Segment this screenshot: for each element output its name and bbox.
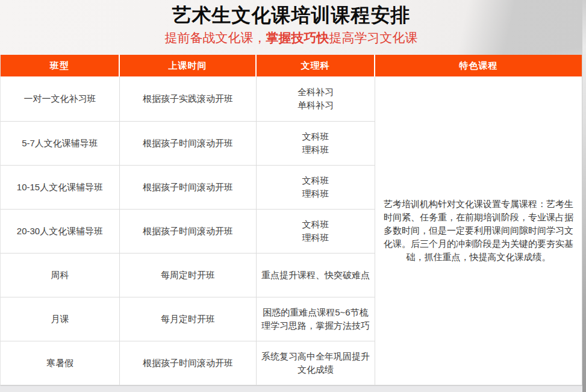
subject-line: 困惑的重难点课程5~6节梳理学习思路，掌握方法技巧 <box>260 306 371 332</box>
table-row: 10-15人文化课辅导班根据孩子时间滚动开班文科班理科班 <box>1 166 375 210</box>
page-header: 艺术生文化课培训课程安排 提前备战文化课，掌握技巧快提高学习文化课 <box>0 0 582 55</box>
subjects-cell: 系统复习高中全年巩固提升文化成绩 <box>257 341 375 385</box>
class-type-cell: 月课 <box>1 297 120 341</box>
table-body: 一对一文化补习班根据孩子实践滚动开班全科补习单科补习5-7人文化课辅导班根据孩子… <box>1 76 582 385</box>
subjects-cell: 困惑的重难点课程5~6节梳理学习思路，掌握方法技巧 <box>257 297 375 341</box>
schedule-cell: 根据孩子时间滚动开班 <box>120 122 257 165</box>
schedule-cell: 根据孩子时间滚动开班 <box>120 166 257 209</box>
subjects-cell: 文科班理科班 <box>257 166 375 209</box>
background-right-strip <box>582 0 586 392</box>
subtitle-highlight: 掌握技巧快 <box>266 31 329 45</box>
table-row: 月课每月定时开班困惑的重难点课程5~6节梳理学习思路，掌握方法技巧 <box>1 297 375 341</box>
header-class-time: 上课时间 <box>120 55 257 76</box>
schedule-cell: 根据孩子时间滚动开班 <box>120 341 257 385</box>
schedule-cell: 每周定时开班 <box>120 254 257 297</box>
table-row: 一对一文化补习班根据孩子实践滚动开班全科补习单科补习 <box>1 76 375 122</box>
subjects-cell: 重点提升课程、快突破难点 <box>257 254 375 297</box>
subject-line: 理科班 <box>302 231 329 244</box>
schedule-cell: 根据孩子实践滚动开班 <box>120 76 257 121</box>
subject-line: 文科班 <box>302 174 329 187</box>
schedule-cell: 根据孩子时间滚动开班 <box>120 210 257 253</box>
feature-course-text: 艺考培训机构针对文化课设置专属课程：艺考生时间紧、任务重，在前期培训阶段，专业课… <box>380 198 577 264</box>
page-title: 艺术生文化课培训课程安排 <box>0 4 582 26</box>
course-schedule-table: 班型 上课时间 文理科 特色课程 一对一文化补习班根据孩子实践滚动开班全科补习单… <box>0 55 582 386</box>
table-row: 5-7人文化课辅导班根据孩子时间滚动开班文科班理科班 <box>1 122 375 166</box>
class-type-cell: 一对一文化补习班 <box>1 76 120 121</box>
subject-line: 理科班 <box>302 187 329 201</box>
subject-line: 文科班 <box>302 130 329 143</box>
class-type-cell: 10-15人文化课辅导班 <box>1 166 120 209</box>
table-header-row: 班型 上课时间 文理科 特色课程 <box>1 55 582 76</box>
table-row: 周科每周定时开班重点提升课程、快突破难点 <box>1 254 375 297</box>
class-type-cell: 5-7人文化课辅导班 <box>1 122 120 165</box>
subject-line: 重点提升课程、快突破难点 <box>261 269 370 282</box>
table-rows: 一对一文化补习班根据孩子实践滚动开班全科补习单科补习5-7人文化课辅导班根据孩子… <box>1 76 375 385</box>
subject-line: 理科班 <box>302 143 329 157</box>
subjects-cell: 文科班理科班 <box>257 122 375 165</box>
subjects-cell: 全科补习单科补习 <box>257 76 375 121</box>
class-type-cell: 寒暑假 <box>1 341 120 385</box>
schedule-cell: 每月定时开班 <box>120 297 257 341</box>
subtitle-prefix: 提前备战文化课， <box>165 31 266 45</box>
feature-course-cell: 艺考培训机构针对文化课设置专属课程：艺考生时间紧、任务重，在前期培训阶段，专业课… <box>375 76 582 385</box>
subject-line: 系统复习高中全年巩固提升文化成绩 <box>260 350 371 376</box>
subject-line: 全科补习 <box>298 86 334 99</box>
table-row: 20-30人文化课辅导班根据孩子时间滚动开班文科班理科班 <box>1 210 375 254</box>
background-bottom-strip <box>0 386 582 392</box>
page-subtitle: 提前备战文化课，掌握技巧快提高学习文化课 <box>0 31 582 45</box>
subjects-cell: 文科班理科班 <box>257 210 375 253</box>
class-type-cell: 周科 <box>1 254 120 297</box>
subject-line: 文科班 <box>302 218 329 231</box>
header-class-type: 班型 <box>1 55 120 76</box>
header-subjects: 文理科 <box>257 55 375 76</box>
subject-line: 单科补习 <box>298 99 334 112</box>
header-feature-course: 特色课程 <box>375 55 582 76</box>
subtitle-suffix: 提高学习文化课 <box>329 31 418 45</box>
class-type-cell: 20-30人文化课辅导班 <box>1 210 120 253</box>
table-row: 寒暑假根据孩子时间滚动开班系统复习高中全年巩固提升文化成绩 <box>1 341 375 385</box>
